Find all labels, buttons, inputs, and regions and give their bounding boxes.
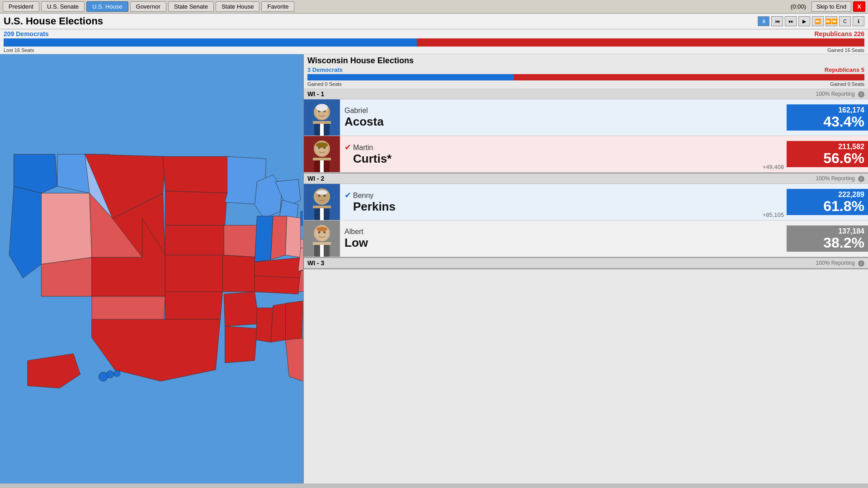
national-bar-track [4, 38, 864, 47]
nav-state-house[interactable]: State House [216, 1, 260, 12]
fast-forward-button[interactable]: ⏩ [812, 16, 824, 26]
state-ar [224, 292, 259, 326]
step-forward-button[interactable]: ⏭ [785, 16, 797, 26]
nav-favorite[interactable]: Favorite [261, 1, 294, 12]
district-wi-2-reporting: 100% Reporting i [816, 175, 864, 182]
state-ok [165, 292, 222, 319]
low-info: Albert Low [340, 221, 787, 257]
step-back-button[interactable]: ⏮ [771, 16, 783, 26]
district-wi-2: WI - 2 100% Reporting i [304, 174, 868, 258]
curtis-right: +49,408 211,582 56.6% [760, 136, 868, 172]
svg-point-31 [324, 231, 326, 234]
rep-seat-change: Gained 16 Seats [827, 47, 864, 53]
perkins-right: +85,105 222,289 61.8% [760, 184, 868, 220]
wisconsin-header: Wisconsin House Elections 3 Democrats Re… [304, 54, 868, 89]
state-or [57, 154, 90, 193]
wi-seat-change: Gained 0 Seats Gained 0 Seats [307, 81, 864, 87]
wi-dem-bar [307, 74, 514, 80]
top-navigation: President U.S. Senate U.S. House Governo… [0, 0, 868, 14]
curtis-first: Martin [353, 144, 392, 152]
low-vote-pct: 38.2% [823, 235, 864, 250]
state-ne [165, 225, 225, 255]
svg-rect-7 [320, 122, 324, 136]
perkins-margin: +85,105 [760, 184, 787, 220]
candidate-low-row: Albert Low 137,184 38.2% [304, 221, 868, 257]
restart-button[interactable]: C [839, 16, 851, 26]
us-map-panel [0, 54, 303, 483]
svg-point-5 [316, 104, 328, 111]
district-wi-3-name: WI - 3 [307, 259, 324, 267]
rep-score-label: Republicans 226 [815, 30, 865, 38]
low-first: Albert [344, 228, 782, 236]
page-header: U.S. House Elections ⏸ ⏮ ⏭ ▶ ⏩ ⏩⏩ C ℹ [0, 14, 868, 29]
state-ms [256, 308, 273, 342]
pause-button[interactable]: ⏸ [758, 16, 769, 26]
info-icon-wi1[interactable]: i [858, 91, 864, 98]
svg-point-23 [316, 190, 327, 195]
wi-dem-label: 3 Democrats [307, 66, 343, 73]
candidate-curtis-row: ✔ Martin Curtis* +49,408 211,582 56.6% [304, 136, 868, 173]
svg-point-30 [318, 231, 321, 234]
svg-rect-35 [313, 242, 331, 245]
state-nd [163, 156, 229, 193]
svg-rect-25 [320, 206, 324, 220]
svg-rect-26 [313, 206, 331, 208]
right-panel: Wisconsin House Elections 3 Democrats Re… [303, 54, 868, 483]
info-button[interactable]: ℹ [853, 16, 864, 26]
skip-to-end-button[interactable]: Skip to End [811, 1, 852, 12]
acosta-last: Acosta [344, 115, 782, 129]
perkins-last: Perkins [353, 200, 396, 214]
seat-change-labels: Lost 16 Seats Gained 16 Seats [4, 47, 864, 54]
page-title: U.S. House Elections [4, 15, 758, 27]
play-button[interactable]: ▶ [798, 16, 810, 26]
state-nv [41, 193, 92, 264]
nav-president[interactable]: President [3, 1, 39, 12]
nav-state-senate[interactable]: State Senate [168, 1, 214, 12]
info-icon-wi3[interactable]: i [858, 260, 864, 267]
state-hi-2 [107, 371, 114, 378]
state-ks [165, 255, 224, 296]
perkins-info: ✔ Benny Perkins [340, 184, 760, 220]
perkins-vote-pct: 61.8% [823, 199, 864, 213]
curtis-last: Curtis* [353, 152, 392, 166]
wisconsin-score-labels: 3 Democrats Republicans 5 [307, 66, 864, 73]
nav-governor[interactable]: Governor [130, 1, 166, 12]
perkins-checkmark: ✔ [344, 190, 351, 200]
curtis-avatar [304, 136, 340, 172]
timer-display: (0:00) [791, 3, 806, 10]
state-sd [165, 191, 227, 225]
faster-forward-button[interactable]: ⏩⏩ [826, 16, 837, 26]
district-wi-1-name: WI - 1 [307, 90, 324, 98]
nav-us-senate[interactable]: U.S. Senate [41, 1, 85, 12]
curtis-vote-pct: 56.6% [823, 151, 864, 165]
district-wi-3-reporting: 100% Reporting i [816, 260, 864, 267]
dem-bar [4, 38, 417, 47]
info-icon-wi2[interactable]: i [858, 176, 864, 182]
perkins-avatar [304, 184, 340, 220]
state-ny [301, 207, 303, 225]
svg-point-32 [316, 227, 327, 231]
svg-point-14 [316, 142, 328, 148]
state-hi-3 [114, 370, 120, 376]
state-az [41, 258, 92, 296]
districts-list: WI - 1 100% Reporting i [304, 89, 868, 483]
district-wi-2-name: WI - 2 [307, 175, 324, 182]
nav-us-house[interactable]: U.S. House [86, 1, 128, 12]
svg-rect-16 [320, 159, 324, 172]
svg-point-21 [318, 195, 321, 197]
svg-rect-8 [313, 121, 331, 124]
district-wi-3-header: WI - 3 100% Reporting i [304, 258, 868, 268]
district-wi-1: WI - 1 100% Reporting i [304, 89, 868, 174]
low-results: 137,184 38.2% [787, 225, 868, 252]
acosta-right: 162,174 43.4% [787, 99, 868, 136]
svg-rect-17 [313, 158, 331, 160]
district-wi-1-reporting: 100% Reporting i [816, 91, 864, 98]
close-button[interactable]: X [853, 1, 865, 12]
acosta-face-svg [306, 99, 338, 136]
playback-controls: ⏸ ⏮ ⏭ ▶ ⏩ ⏩⏩ C ℹ [758, 16, 864, 26]
perkins-results: 222,289 61.8% [787, 189, 868, 215]
rep-bar [417, 38, 864, 47]
state-fl [285, 335, 303, 381]
acosta-first: Gabriel [344, 107, 782, 115]
state-in [271, 216, 287, 259]
